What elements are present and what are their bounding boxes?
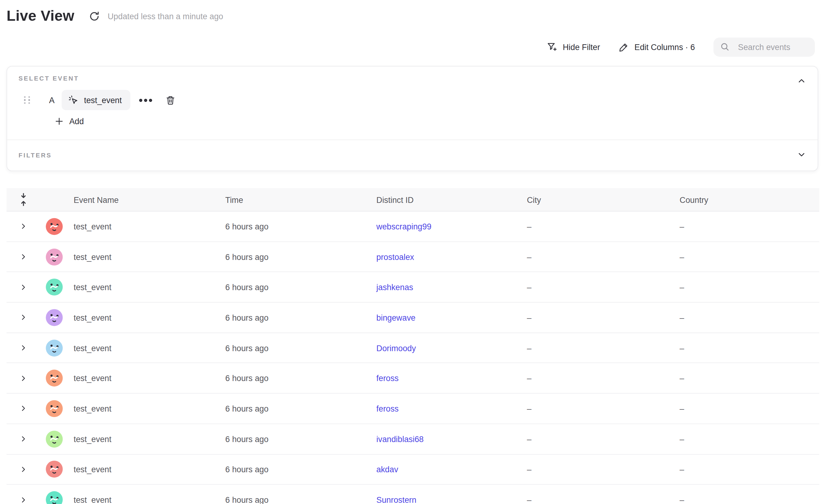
column-header-city[interactable]: City (527, 195, 541, 204)
country-cell: – (680, 495, 684, 504)
row-expand-chevron-icon[interactable] (20, 313, 27, 321)
avatar[interactable] (46, 309, 62, 326)
avatar[interactable] (46, 491, 62, 504)
search-icon (720, 42, 730, 52)
city-cell: – (527, 434, 531, 444)
country-cell: – (680, 434, 684, 444)
row-expand-chevron-icon[interactable] (20, 223, 27, 230)
filter-plus-icon (546, 41, 557, 53)
country-cell: – (680, 283, 684, 292)
event-name-cell: test_event (73, 465, 111, 474)
city-cell: – (527, 252, 531, 262)
avatar[interactable] (46, 461, 62, 478)
updated-status: Updated less than a minute ago (108, 12, 224, 21)
column-header-country[interactable]: Country (680, 195, 708, 204)
table-row: test_event 6 hours ago Dorimoody – – (6, 333, 819, 363)
row-expand-chevron-icon[interactable] (20, 435, 27, 443)
row-expand-chevron-icon[interactable] (20, 496, 27, 503)
country-cell: – (680, 313, 684, 322)
doodle-face-icon (46, 248, 62, 265)
avatar[interactable] (46, 248, 62, 265)
hide-filter-button[interactable]: Hide Filter (546, 41, 600, 53)
table-header: Event Name Time Distinct ID City Country (6, 188, 819, 212)
table-row: test_event 6 hours ago jashkenas – – (6, 272, 819, 303)
distinct-id-link[interactable]: feross (377, 374, 399, 383)
search-events-box[interactable] (713, 37, 815, 56)
distinct-id-link[interactable]: webscraping99 (377, 222, 431, 231)
refresh-button[interactable] (88, 10, 101, 22)
doodle-face-icon (46, 461, 62, 478)
search-events-input[interactable] (737, 42, 799, 52)
collapse-rows-icon[interactable] (19, 193, 28, 206)
doodle-face-icon (46, 400, 62, 417)
distinct-id-link[interactable]: ivandiblasi68 (377, 434, 424, 444)
city-cell: – (527, 465, 531, 474)
column-header-time[interactable]: Time (225, 195, 243, 204)
row-expand-chevron-icon[interactable] (20, 466, 27, 473)
table-row: test_event 6 hours ago akdav – – (6, 454, 819, 485)
country-cell: – (680, 374, 684, 383)
edit-columns-button[interactable]: Edit Columns · 6 (619, 42, 695, 52)
distinct-id-link[interactable]: akdav (377, 465, 398, 474)
event-name-cell: test_event (73, 252, 111, 262)
add-event-button[interactable]: Add (55, 116, 806, 126)
country-cell: – (680, 222, 684, 231)
distinct-id-link[interactable]: feross (377, 404, 399, 413)
avatar[interactable] (46, 279, 62, 295)
city-cell: – (527, 343, 531, 353)
events-table: Event Name Time Distinct ID City Country (6, 188, 819, 504)
toolbar: Hide Filter Edit Columns · 6 (546, 37, 815, 57)
distinct-id-link[interactable]: Sunrostern (377, 495, 416, 504)
time-cell: 6 hours ago (225, 374, 268, 383)
time-cell: 6 hours ago (225, 313, 268, 322)
column-header-event-name[interactable]: Event Name (73, 195, 119, 204)
chevron-down-icon[interactable] (798, 150, 806, 161)
row-expand-chevron-icon[interactable] (20, 405, 27, 413)
page-header: Live View Updated less than a minute ago (6, 7, 223, 24)
hide-filter-label: Hide Filter (563, 42, 600, 51)
distinct-id-link[interactable]: jashkenas (377, 283, 413, 292)
distinct-id-link[interactable]: bingewave (377, 313, 416, 322)
row-expand-chevron-icon[interactable] (20, 284, 27, 291)
country-cell: – (680, 252, 684, 262)
ellipsis-icon (139, 97, 153, 103)
delete-event-button[interactable] (165, 94, 176, 106)
distinct-id-link[interactable]: Dorimoody (377, 343, 416, 353)
refresh-icon (88, 10, 101, 22)
city-cell: – (527, 374, 531, 383)
plus-icon (55, 116, 64, 126)
select-event-section: SELECT EVENT A test_event (7, 67, 818, 140)
country-cell: – (680, 343, 684, 353)
avatar[interactable] (46, 218, 62, 235)
table-row: test_event 6 hours ago Sunrostern – – (6, 485, 819, 504)
row-expand-chevron-icon[interactable] (20, 374, 27, 382)
city-cell: – (527, 313, 531, 322)
event-selector-pill[interactable]: test_event (62, 90, 130, 110)
drag-handle[interactable] (24, 96, 31, 104)
row-expand-chevron-icon[interactable] (20, 253, 27, 260)
page-title: Live View (6, 7, 74, 24)
city-cell: – (527, 495, 531, 504)
time-cell: 6 hours ago (225, 343, 268, 353)
avatar[interactable] (46, 431, 62, 447)
event-name-cell: test_event (73, 283, 111, 292)
edit-columns-label: Edit Columns · 6 (634, 42, 695, 51)
avatar[interactable] (46, 400, 62, 417)
country-cell: – (680, 465, 684, 474)
avatar[interactable] (46, 340, 62, 356)
distinct-id-link[interactable]: prostoalex (377, 252, 414, 262)
column-header-distinct-id[interactable]: Distinct ID (377, 195, 414, 204)
event-name-cell: test_event (73, 495, 111, 504)
pencil-icon (619, 42, 629, 52)
doodle-face-icon (46, 340, 62, 356)
city-cell: – (527, 404, 531, 413)
event-options-button[interactable] (139, 97, 153, 103)
table-row: test_event 6 hours ago webscraping99 – – (6, 212, 819, 242)
avatar[interactable] (46, 370, 62, 386)
row-expand-chevron-icon[interactable] (20, 344, 27, 352)
table-row: test_event 6 hours ago bingewave – – (6, 303, 819, 333)
filters-section[interactable]: FILTERS (7, 140, 818, 170)
table-row: test_event 6 hours ago ivandiblasi68 – – (6, 424, 819, 454)
chevron-up-icon[interactable] (798, 77, 806, 87)
query-builder-card: SELECT EVENT A test_event (6, 66, 818, 171)
